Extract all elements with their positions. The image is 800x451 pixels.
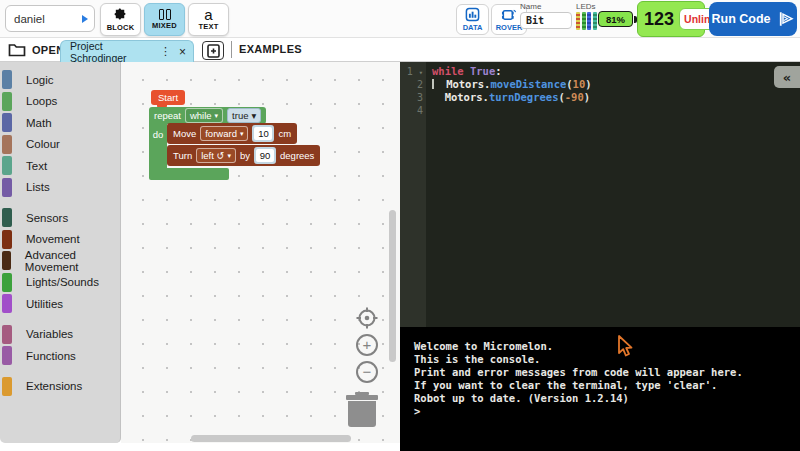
console-panel[interactable]: Welcome to Micromelon. This is the conso… <box>400 327 800 451</box>
repeat-block[interactable]: repeat while ▾ true ▾ <box>149 107 266 124</box>
console-line: Robot up to date. (Version 1.2.14) <box>414 392 800 405</box>
code-line-1: while True: <box>426 65 800 78</box>
rover-icon <box>501 7 517 22</box>
link-status-panel: 123 Unlink <box>637 1 705 37</box>
category-group: Variables Functions <box>0 324 120 367</box>
leds-indicator-icon[interactable] <box>576 12 597 30</box>
data-button[interactable]: DATA <box>456 4 489 35</box>
battery-indicator: 81% <box>598 11 633 27</box>
code-line-4 <box>426 104 800 117</box>
category-functions[interactable]: Functions <box>0 345 120 367</box>
category-math[interactable]: Math <box>0 112 120 134</box>
category-extensions[interactable]: Extensions <box>0 376 120 398</box>
rover-button-label: ROVER <box>496 23 523 32</box>
category-color-chip <box>2 92 12 111</box>
block-mode-label: BLOCK <box>107 23 135 32</box>
console-line: This is the console. <box>414 353 800 366</box>
zoom-out-button[interactable]: − <box>356 361 378 383</box>
repeat-block-do-arm[interactable]: do <box>149 124 167 168</box>
robot-name-input[interactable]: Bit <box>520 12 572 29</box>
examples-tab[interactable]: EXAMPLES <box>239 43 302 55</box>
run-code-label: Run Code <box>711 12 770 26</box>
chart-icon <box>465 7 480 22</box>
tab-close-icon[interactable]: × <box>177 45 188 59</box>
tab-title: Project Schrodinger <box>70 40 154 64</box>
category-lights-sounds[interactable]: Lights/Sounds <box>0 272 120 294</box>
code-line-2: Motors.moveDistance(10) <box>426 78 800 91</box>
name-label: Name <box>520 2 572 11</box>
move-distance-socket: 10 <box>252 125 274 142</box>
category-color-chip <box>2 208 12 227</box>
turn-direction-dropdown[interactable]: left ↺ ▾ <box>196 148 236 163</box>
chevron-down-icon: ▾ <box>215 112 219 119</box>
move-direction-dropdown[interactable]: forward ▾ <box>200 126 248 141</box>
category-color-chip <box>2 294 12 313</box>
data-button-label: DATA <box>463 23 483 32</box>
category-sensors[interactable]: Sensors <box>0 207 120 229</box>
category-group: Extensions <box>0 376 120 398</box>
top-toolbar: daniel BLOCK MIXED a TEXT DATA <box>0 0 800 38</box>
repeat-condition-dropdown[interactable]: true ▾ <box>227 108 261 123</box>
category-logic[interactable]: Logic <box>0 69 120 91</box>
turn-degrees-input[interactable]: 90 <box>256 149 274 162</box>
category-utilities[interactable]: Utilities <box>0 293 120 315</box>
project-name-input[interactable]: daniel <box>5 5 95 32</box>
collapse-editor-button[interactable]: « <box>774 66 800 88</box>
category-text[interactable]: Text <box>0 155 120 177</box>
move-block[interactable]: Move forward ▾ 10 cm <box>167 123 297 144</box>
text-a-icon: a <box>204 9 212 21</box>
zoom-in-button[interactable]: + <box>356 334 378 356</box>
block-mode-button[interactable]: BLOCK <box>100 3 141 36</box>
tab-menu-icon[interactable]: ⋮ <box>158 45 173 58</box>
rover-number: 123 <box>644 9 674 30</box>
category-color-chip <box>2 70 12 89</box>
run-code-button[interactable]: Run Code <box>709 2 797 36</box>
console-prompt: > <box>414 405 800 418</box>
chevron-down-icon: ▾ <box>240 130 244 137</box>
category-color-chip <box>2 251 11 270</box>
code-line-3: Motors.turnDegrees(-90) <box>426 91 800 104</box>
tab-divider <box>231 41 232 58</box>
category-color-chip <box>2 346 12 365</box>
mixed-mode-button[interactable]: MIXED <box>144 3 185 36</box>
main-area: Logic Loops Math Colour Text <box>0 62 800 451</box>
category-variables[interactable]: Variables <box>0 324 120 346</box>
project-dropdown-caret-icon[interactable] <box>82 15 88 23</box>
category-colour[interactable]: Colour <box>0 134 120 156</box>
category-color-chip <box>2 113 12 132</box>
repeat-mode-dropdown[interactable]: while ▾ <box>185 108 223 123</box>
recenter-button[interactable] <box>354 305 380 331</box>
tab-bar: OPEN Project Schrodinger ⋮ × EXAMPLES <box>0 38 800 62</box>
tab-project-schrodinger[interactable]: Project Schrodinger ⋮ × <box>60 40 194 62</box>
canvas-vertical-scrollbar[interactable] <box>389 210 396 362</box>
new-file-button[interactable] <box>202 41 224 60</box>
move-distance-input[interactable]: 10 <box>254 127 272 140</box>
category-color-chip <box>2 178 12 197</box>
trash-icon[interactable] <box>345 392 379 427</box>
repeat-block-foot[interactable] <box>149 168 229 180</box>
category-advanced-movement[interactable]: Advanced Movement <box>0 250 120 272</box>
category-movement[interactable]: Movement <box>0 229 120 251</box>
console-line: Print and error messages from code will … <box>414 366 800 379</box>
leds-group: LEDs <box>576 2 597 30</box>
micromelon-ide: daniel BLOCK MIXED a TEXT DATA <box>0 0 800 451</box>
start-block[interactable]: Start <box>151 90 185 105</box>
category-color-chip <box>2 377 12 396</box>
fold-marker-icon[interactable]: ▾ <box>419 69 423 77</box>
open-button[interactable]: OPEN <box>8 38 64 61</box>
turn-degrees-socket: 90 <box>254 147 276 164</box>
turn-block[interactable]: Turn left ↺ ▾ by 90 degrees <box>167 145 320 166</box>
category-loops[interactable]: Loops <box>0 91 120 113</box>
code-content[interactable]: while True: Motors.moveDistance(10) Moto… <box>426 65 800 117</box>
code-pane: 1 ▾ 2 3 4 while True: Motors.moveDistanc… <box>400 62 800 451</box>
text-mode-button[interactable]: a TEXT <box>188 3 229 36</box>
robot-name-value: Bit <box>526 15 544 26</box>
chevron-down-icon: ▾ <box>251 110 256 121</box>
block-canvas[interactable]: Start repeat while ▾ true ▾ do <box>121 62 400 443</box>
canvas-horizontal-scrollbar[interactable] <box>191 435 351 442</box>
code-editor[interactable]: 1 ▾ 2 3 4 while True: Motors.moveDistanc… <box>400 62 800 327</box>
text-mode-label: TEXT <box>199 22 219 31</box>
chevron-down-icon: ▾ <box>227 152 231 159</box>
category-group: Logic Loops Math Colour Text <box>0 69 120 198</box>
category-lists[interactable]: Lists <box>0 177 120 199</box>
